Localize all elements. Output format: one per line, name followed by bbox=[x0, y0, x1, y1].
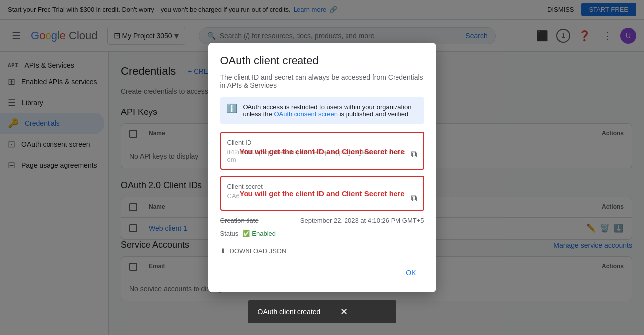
modal-title: OAuth client created bbox=[220, 55, 424, 67]
client-id-section: You will get the client ID and Client Se… bbox=[220, 132, 424, 170]
status-value: Enabled bbox=[252, 230, 276, 237]
client-secret-field-value: CA6 bbox=[227, 192, 407, 200]
ok-button[interactable]: OK bbox=[398, 265, 424, 280]
download-json-button[interactable]: ⬇ DOWNLOAD JSON bbox=[220, 247, 287, 255]
oauth-consent-screen-link[interactable]: OAuth consent screen bbox=[274, 111, 338, 118]
client-secret-section: You will get the client ID and Client Se… bbox=[220, 176, 424, 211]
creation-date-label: Creation date bbox=[220, 217, 259, 224]
client-id-field-value: tt42nkhtff3q6op3t8ekqhkpi0k1ie7oje.apps.… bbox=[227, 148, 407, 163]
info-text2: is published and verified bbox=[340, 111, 408, 118]
client-secret-label: Client secret bbox=[227, 183, 417, 190]
modal-subtitle: The client ID and secret can always be a… bbox=[220, 73, 424, 89]
snackbar-close-icon[interactable]: ✕ bbox=[340, 306, 347, 317]
oauth-client-created-modal: OAuth client created The client ID and s… bbox=[208, 43, 436, 292]
download-label: DOWNLOAD JSON bbox=[230, 247, 287, 255]
snackbar: OAuth client created ✕ bbox=[248, 300, 396, 323]
client-id-label: Client ID bbox=[227, 139, 417, 146]
download-icon: ⬇ bbox=[220, 247, 226, 255]
snackbar-text: OAuth client created bbox=[258, 308, 321, 316]
modal-footer: OK bbox=[220, 265, 424, 280]
status-row: Status ✅ Enabled bbox=[220, 230, 424, 237]
info-box: ℹ️ OAuth access is restricted to users w… bbox=[220, 97, 424, 124]
creation-date-row: Creation date September 22, 2023 at 4:10… bbox=[220, 217, 424, 224]
status-label: Status bbox=[220, 230, 239, 237]
status-enabled: ✅ Enabled bbox=[242, 230, 276, 237]
check-circle-icon: ✅ bbox=[242, 230, 250, 237]
copy-client-secret-icon[interactable]: ⧉ bbox=[411, 193, 417, 204]
info-icon: ℹ️ bbox=[226, 103, 237, 114]
creation-date-value: September 22, 2023 at 4:10:26 PM GMT+5 bbox=[300, 217, 424, 224]
modal-overlay: OAuth client created The client ID and s… bbox=[0, 0, 644, 335]
copy-client-id-icon[interactable]: ⧉ bbox=[411, 149, 417, 160]
